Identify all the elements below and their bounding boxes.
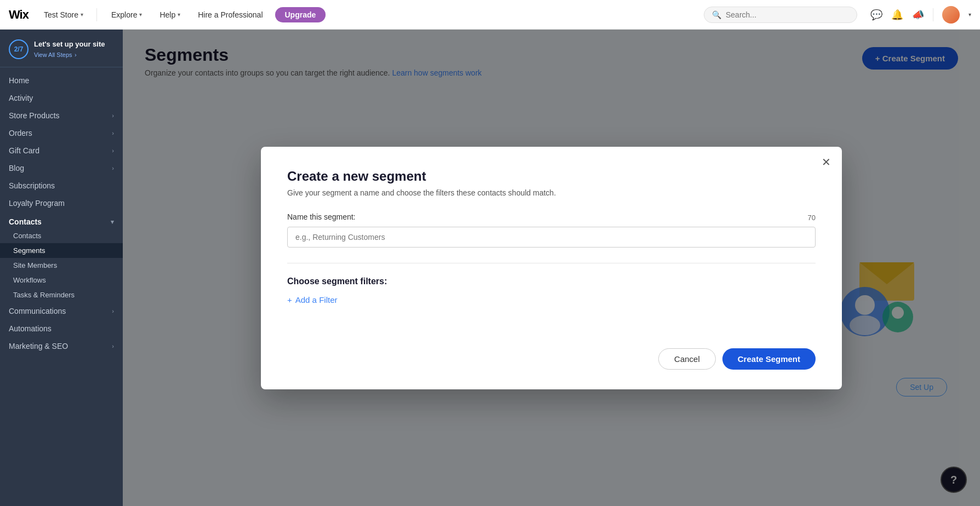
help-chevron-icon: ▾ — [178, 12, 180, 18]
subscriptions-label: Subscriptions — [9, 181, 55, 190]
home-label: Home — [9, 76, 29, 85]
setup-arrow: › — [75, 51, 77, 58]
sidebar-item-segments[interactable]: Segments — [0, 243, 123, 258]
avatar[interactable] — [942, 6, 960, 24]
explore-nav[interactable]: Explore ▾ — [106, 8, 147, 21]
sidebar-item-store-products[interactable]: Store Products › — [0, 107, 123, 124]
help-label: Help — [159, 10, 175, 19]
sidebar-item-workflows[interactable]: Workflows — [0, 273, 123, 288]
char-count: 70 — [808, 214, 816, 222]
upgrade-button[interactable]: Upgrade — [275, 7, 326, 22]
wix-logo: Wix — [9, 8, 29, 22]
add-filter-label: Add a Filter — [295, 295, 338, 304]
store-products-arrow: › — [112, 112, 114, 119]
create-segment-modal: ✕ Create a new segment Give your segment… — [261, 147, 842, 389]
add-filter-button[interactable]: + Add a Filter — [287, 295, 337, 304]
workflows-label: Workflows — [13, 276, 46, 284]
communications-label: Communications — [9, 307, 66, 315]
activity-label: Activity — [9, 94, 33, 102]
contacts-item-label: Contacts — [13, 232, 41, 240]
contacts-section[interactable]: Contacts ▾ — [0, 212, 123, 228]
cancel-button[interactable]: Cancel — [658, 348, 716, 370]
orders-label: Orders — [9, 129, 32, 137]
sidebar-item-site-members[interactable]: Site Members — [0, 258, 123, 273]
store-name-dropdown[interactable]: Test Store ▾ — [39, 8, 88, 21]
contacts-arrow-icon: ▾ — [111, 219, 114, 226]
sidebar-item-communications[interactable]: Communications › — [0, 302, 123, 320]
top-nav-icons: 💬 🔔 📣 ▾ — [870, 6, 971, 24]
loyalty-label: Loyalty Program — [9, 199, 65, 208]
modal-subtitle: Give your segment a name and choose the … — [287, 188, 816, 197]
sidebar: 2/7 Let's set up your site View All Step… — [0, 30, 123, 506]
modal-actions: Cancel Create Segment — [287, 348, 816, 370]
sidebar-item-subscriptions[interactable]: Subscriptions — [0, 177, 123, 194]
tasks-reminders-label: Tasks & Reminders — [13, 291, 75, 299]
nav-divider-2 — [933, 8, 933, 21]
sidebar-item-loyalty[interactable]: Loyalty Program — [0, 194, 123, 212]
orders-arrow: › — [112, 130, 114, 136]
setup-card[interactable]: 2/7 Let's set up your site View All Step… — [0, 34, 123, 67]
search-icon: 🔍 — [712, 10, 721, 19]
chat-icon[interactable]: 💬 — [870, 9, 882, 21]
megaphone-icon[interactable]: 📣 — [912, 9, 924, 21]
setup-progress: 2/7 — [9, 39, 29, 59]
modal-divider — [287, 263, 816, 263]
sidebar-item-contacts[interactable]: Contacts — [0, 228, 123, 243]
store-name-label: Test Store — [44, 10, 78, 19]
blog-arrow: › — [112, 165, 114, 171]
site-members-label: Site Members — [13, 261, 57, 269]
modal-overlay: ✕ Create a new segment Give your segment… — [123, 30, 980, 506]
communications-arrow: › — [112, 308, 114, 314]
marketing-arrow: › — [112, 343, 114, 349]
automations-label: Automations — [9, 324, 52, 333]
help-nav[interactable]: Help ▾ — [154, 8, 186, 21]
sidebar-item-automations[interactable]: Automations — [0, 320, 123, 337]
search-bar[interactable]: 🔍 — [704, 7, 857, 23]
field-label-row: Name this segment: 70 — [287, 212, 816, 223]
view-all-steps[interactable]: View All Steps — [34, 51, 72, 58]
hire-link[interactable]: Hire a Professional — [192, 8, 268, 21]
explore-label: Explore — [111, 10, 137, 19]
search-input[interactable] — [726, 10, 849, 19]
top-nav: Wix Test Store ▾ Explore ▾ Help ▾ Hire a… — [0, 0, 980, 30]
create-segment-submit-button[interactable]: Create Segment — [722, 348, 816, 370]
segment-name-input[interactable] — [287, 227, 816, 248]
avatar-chevron-icon[interactable]: ▾ — [968, 12, 971, 18]
explore-chevron-icon: ▾ — [139, 12, 142, 18]
plus-icon: + — [287, 295, 292, 304]
bell-icon[interactable]: 🔔 — [891, 9, 903, 21]
nav-divider-1 — [96, 8, 97, 21]
sidebar-item-orders[interactable]: Orders › — [0, 124, 123, 142]
store-chevron-icon: ▾ — [81, 12, 83, 18]
sidebar-item-tasks[interactable]: Tasks & Reminders — [0, 288, 123, 302]
blog-label: Blog — [9, 164, 24, 173]
gift-card-arrow: › — [112, 147, 114, 154]
field-label: Name this segment: — [287, 212, 356, 221]
gift-card-label: Gift Card — [9, 146, 39, 155]
sidebar-item-activity[interactable]: Activity — [0, 89, 123, 107]
modal-close-button[interactable]: ✕ — [822, 157, 831, 168]
segments-item-label: Segments — [13, 246, 45, 255]
sidebar-item-gift-card[interactable]: Gift Card › — [0, 142, 123, 159]
setup-title: Let's set up your site — [34, 39, 105, 49]
filters-label: Choose segment filters: — [287, 277, 816, 286]
sidebar-item-home[interactable]: Home — [0, 72, 123, 89]
sidebar-item-marketing[interactable]: Marketing & SEO › — [0, 337, 123, 355]
store-products-label: Store Products — [9, 111, 60, 120]
sidebar-item-blog[interactable]: Blog › — [0, 159, 123, 177]
modal-title: Create a new segment — [287, 169, 816, 184]
contacts-section-label: Contacts — [9, 217, 42, 226]
marketing-label: Marketing & SEO — [9, 342, 68, 350]
